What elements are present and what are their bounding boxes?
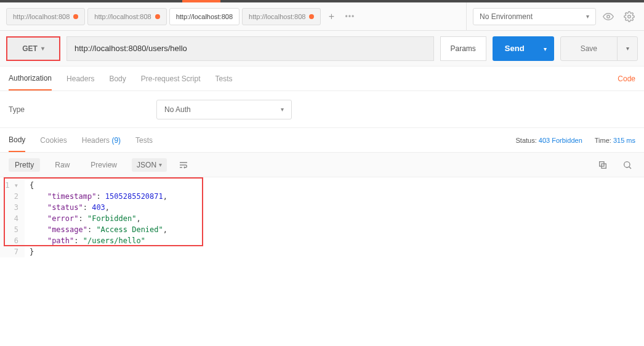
chevron-down-icon: ▾ <box>544 46 547 52</box>
view-label: Pretty <box>15 161 34 169</box>
request-tab-4[interactable]: http://localhost:808 <box>242 8 321 25</box>
tab-body[interactable]: Body <box>109 66 126 91</box>
status-label: Status: <box>516 137 537 144</box>
params-button[interactable]: Params <box>440 36 486 61</box>
tab-overflow-button[interactable]: ••• <box>342 9 358 25</box>
line-gutter: 2 <box>0 191 25 202</box>
resp-tab-body[interactable]: Body <box>9 128 25 152</box>
request-tab-2[interactable]: http://localhost:808 <box>87 8 166 25</box>
environment-label: No Environment <box>480 12 533 21</box>
chevron-down-icon: ▾ <box>41 45 44 52</box>
request-subtabs: Authorization Headers Body Pre-request S… <box>0 66 644 91</box>
save-button-group: Save ▾ <box>560 36 638 61</box>
svg-point-0 <box>607 15 610 18</box>
format-select[interactable]: JSON▾ <box>132 158 167 172</box>
code-link[interactable]: Code <box>618 74 635 83</box>
copy-icon[interactable] <box>595 157 611 173</box>
send-label: Send <box>505 44 525 53</box>
time-value: 315 ms <box>613 137 635 144</box>
resp-tab-tests[interactable]: Tests <box>135 128 153 152</box>
line-gutter: 7 <box>0 246 25 257</box>
view-label: Raw <box>55 161 70 169</box>
line-gutter: 1 ▾ <box>0 180 25 191</box>
send-dropdown[interactable]: ▾ <box>537 36 554 61</box>
code-text: "Forbidden" <box>87 214 136 223</box>
tab-label: Body <box>9 135 25 144</box>
tab-headers[interactable]: Headers <box>66 66 94 91</box>
status-block: Status: 403 Forbidden <box>516 137 582 144</box>
status-value: 403 Forbidden <box>539 137 582 144</box>
save-dropdown[interactable]: ▾ <box>617 37 637 60</box>
request-row: GET ▾ http://localhost:8080/users/hello … <box>0 31 644 66</box>
code-text: { <box>30 181 34 190</box>
code-text: 1505285520871 <box>105 192 163 201</box>
code-text: "/users/hello" <box>83 236 145 245</box>
tab-strip: http://localhost:808 http://localhost:80… <box>0 2 466 30</box>
url-input[interactable]: http://localhost:8080/users/hello <box>66 36 434 61</box>
code-text: "Access Denied" <box>96 225 163 234</box>
view-bar: Pretty Raw Preview JSON▾ <box>0 153 644 177</box>
new-tab-button[interactable]: + <box>323 9 339 25</box>
url-value: http://localhost:8080/users/hello <box>74 44 187 53</box>
method-select[interactable]: GET ▾ <box>6 36 60 61</box>
wrap-lines-icon[interactable] <box>175 157 191 173</box>
chevron-down-icon: ▾ <box>281 106 284 113</box>
auth-type-value: No Auth <box>164 105 191 114</box>
tab-label: http://localhost:808 <box>249 13 305 20</box>
code-text: "error" <box>47 214 79 223</box>
format-label: JSON <box>137 161 156 169</box>
view-raw[interactable]: Raw <box>49 158 76 172</box>
code-text: "status" <box>47 203 83 212</box>
save-button[interactable]: Save <box>561 37 617 60</box>
eye-icon[interactable] <box>600 8 617 25</box>
line-gutter: 3 <box>0 202 25 213</box>
chevron-down-icon: ▾ <box>586 13 589 20</box>
send-button-group: Send ▾ <box>493 36 554 61</box>
time-block: Time: 315 ms <box>595 137 635 144</box>
tab-label: Tests <box>215 74 232 83</box>
method-label: GET <box>22 44 38 53</box>
top-bar: http://localhost:808 http://localhost:80… <box>0 2 644 31</box>
auth-type-label: Type <box>9 105 144 114</box>
save-label: Save <box>571 44 607 53</box>
code-label: Code <box>618 74 635 83</box>
svg-point-1 <box>628 15 631 18</box>
code-text: } <box>30 247 34 256</box>
line-gutter: 5 <box>0 224 25 235</box>
code-text: 403 <box>92 203 105 212</box>
tab-prerequest[interactable]: Pre-request Script <box>141 66 201 91</box>
environment-select[interactable]: No Environment ▾ <box>473 8 596 25</box>
tab-label: Body <box>109 74 126 83</box>
line-gutter: 6 <box>0 235 25 246</box>
view-pretty[interactable]: Pretty <box>9 158 40 172</box>
tab-label: Headers <box>66 74 94 83</box>
headers-count: (9) <box>111 136 121 145</box>
tab-label: Headers <box>82 136 110 145</box>
tab-label: http://localhost:808 <box>94 13 151 20</box>
tab-label: Pre-request Script <box>141 74 201 83</box>
code-text: "path" <box>47 236 74 245</box>
dirty-dot-icon <box>73 14 78 19</box>
gear-icon[interactable] <box>621 8 638 25</box>
tab-label: http://localhost:808 <box>13 13 70 20</box>
search-icon[interactable] <box>619 157 635 173</box>
tab-tests[interactable]: Tests <box>215 66 232 91</box>
environment-area: No Environment ▾ <box>466 2 644 30</box>
tab-label: Tests <box>135 136 153 145</box>
resp-tab-cookies[interactable]: Cookies <box>40 128 66 152</box>
send-button[interactable]: Send <box>493 36 537 61</box>
response-body[interactable]: 1 ▾{ 2 "timestamp": 1505285520871, 3 "st… <box>0 177 644 260</box>
response-meta: Status: 403 Forbidden Time: 315 ms <box>516 137 636 144</box>
view-preview[interactable]: Preview <box>84 158 123 172</box>
code-text: "timestamp" <box>47 192 96 201</box>
tab-authorization[interactable]: Authorization <box>9 66 52 91</box>
resp-tab-headers[interactable]: Headers (9) <box>82 128 121 152</box>
auth-type-select[interactable]: No Auth ▾ <box>156 100 292 119</box>
tab-label: Cookies <box>40 136 66 145</box>
dirty-dot-icon <box>309 14 314 19</box>
response-tabs: Body Cookies Headers (9) Tests Status: 4… <box>0 128 644 153</box>
chevron-down-icon: ▾ <box>616 45 638 52</box>
window-top-strip <box>0 0 644 2</box>
request-tab-1[interactable]: http://localhost:808 <box>6 8 85 25</box>
request-tab-3[interactable]: http://localhost:808 <box>169 8 239 25</box>
